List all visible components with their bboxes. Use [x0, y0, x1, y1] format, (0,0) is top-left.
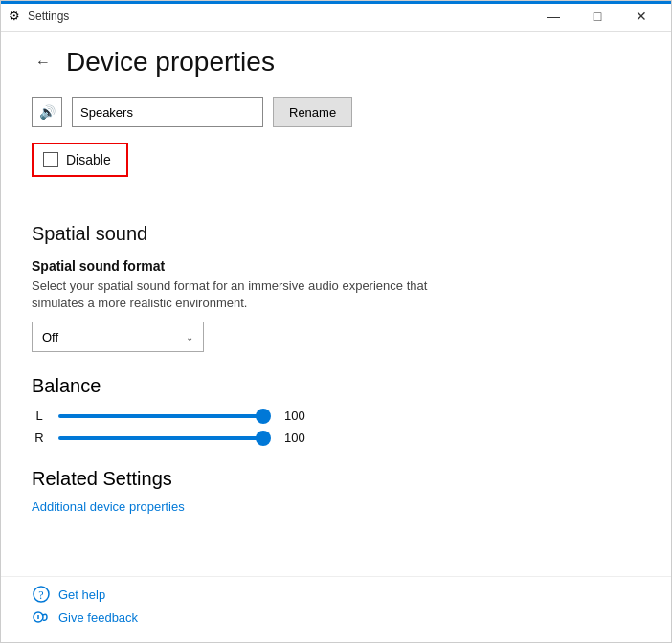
device-name-row: 🔊 Rename — [32, 97, 640, 127]
title-bar-left: ⚙ Settings — [9, 9, 69, 23]
device-name-input[interactable] — [72, 97, 263, 127]
page-title: Device properties — [66, 47, 275, 78]
spatial-sound-title: Spatial sound — [32, 223, 640, 245]
balance-left-row: L 100 — [32, 409, 640, 423]
balance-left-label: L — [32, 409, 47, 423]
balance-left-track[interactable] — [58, 414, 269, 418]
balance-right-track[interactable] — [58, 436, 269, 440]
balance-right-label: R — [32, 431, 47, 445]
additional-device-properties-link[interactable]: Additional device properties — [32, 499, 640, 514]
disable-label: Disable — [66, 152, 111, 167]
page-header: ← Device properties — [32, 47, 640, 78]
balance-right-thumb[interactable] — [256, 431, 271, 446]
spatial-sound-description: Select your spatial sound format for an … — [32, 277, 434, 312]
give-feedback-link[interactable]: Give feedback — [58, 610, 138, 625]
minimize-button[interactable]: — — [531, 1, 575, 32]
window-title: Settings — [28, 10, 69, 23]
balance-right-row: R 100 — [32, 431, 640, 445]
balance-left-value: 100 — [284, 409, 305, 423]
content-area: ← Device properties 🔊 Rename Disable Spa… — [1, 32, 671, 576]
back-icon: ← — [35, 54, 51, 71]
balance-title: Balance — [32, 375, 640, 397]
maximize-button[interactable]: □ — [575, 1, 619, 32]
give-feedback-icon — [32, 608, 51, 627]
get-help-link[interactable]: Get help — [58, 588, 105, 602]
back-button[interactable]: ← — [32, 50, 55, 75]
related-settings-title: Related Settings — [32, 468, 640, 490]
title-bar-controls: — □ ✕ — [531, 1, 663, 32]
dropdown-arrow-icon: ⌄ — [186, 332, 193, 343]
balance-right-value: 100 — [284, 431, 305, 445]
settings-icon: ⚙ — [9, 9, 20, 23]
get-help-item[interactable]: ? Get help — [32, 585, 640, 604]
get-help-icon: ? — [32, 585, 51, 604]
balance-section: Balance L 100 R 100 — [32, 375, 640, 445]
spatial-sound-section: Spatial sound Spatial sound format Selec… — [32, 223, 640, 352]
close-button[interactable]: ✕ — [619, 1, 663, 32]
svg-text:?: ? — [38, 588, 43, 602]
speaker-icon-box: 🔊 — [32, 97, 62, 127]
speaker-icon: 🔊 — [39, 104, 56, 120]
spatial-sound-dropdown[interactable]: Off ⌄ — [32, 322, 204, 352]
related-settings-section: Related Settings Additional device prope… — [32, 468, 640, 514]
rename-button[interactable]: Rename — [273, 97, 352, 127]
title-bar: ⚙ Settings — □ ✕ — [1, 1, 671, 32]
disable-wrapper: Disable — [32, 143, 640, 200]
give-feedback-item[interactable]: Give feedback — [32, 608, 640, 627]
disable-checkbox[interactable] — [43, 152, 58, 167]
settings-window: ⚙ Settings — □ ✕ ← Device properties 🔊 R… — [0, 0, 672, 643]
balance-left-thumb[interactable] — [256, 409, 271, 424]
dropdown-value: Off — [42, 330, 58, 344]
blue-accent — [1, 1, 671, 4]
spatial-sound-format-label: Spatial sound format — [32, 258, 640, 274]
disable-row[interactable]: Disable — [32, 143, 128, 177]
footer: ? Get help Give feedback — [1, 576, 671, 642]
